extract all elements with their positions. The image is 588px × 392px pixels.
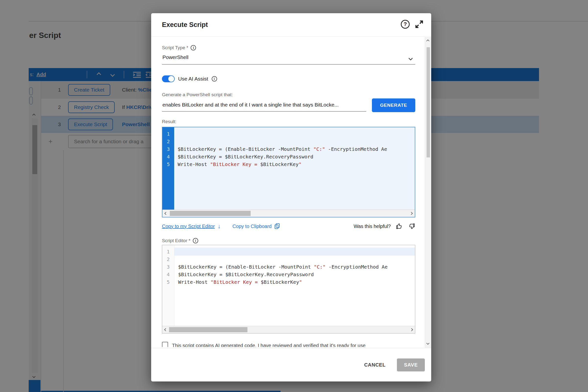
execute-script-dialog: Execute Script ? Script Type * i PowerSh [151,13,431,382]
info-icon[interactable]: i [191,45,196,50]
scrollbar-thumb[interactable] [170,211,251,216]
thumbs-up-icon[interactable] [396,222,403,230]
generate-prompt-label: Generate a PowerShell script that: [162,92,233,98]
scroll-up-arrow[interactable] [426,40,429,42]
code-content: $BitLockerKey = (Enable-BitLocker -Mount… [175,245,415,326]
info-icon[interactable]: i [212,76,217,82]
result-label: Result: [162,119,176,124]
result-code-viewer[interactable]: 12 34 5 $BitLockerKey = (Enable-BitLocke… [162,127,415,218]
horizontal-scrollbar[interactable] [162,326,415,333]
down-arrow-icon: ↓ [218,223,221,230]
thumbs-down-icon[interactable] [408,222,415,230]
horizontal-scrollbar[interactable] [162,210,415,217]
expand-icon[interactable] [414,19,424,29]
toggle-knob [168,76,174,82]
scroll-left-arrow[interactable] [164,328,167,331]
scroll-right-arrow[interactable] [410,212,413,215]
save-button[interactable]: SAVE [397,358,425,372]
ai-assist-label: Use AI Assist [178,76,208,82]
cancel-button[interactable]: CANCEL [363,362,387,368]
dialog-title: Execute Script [162,21,208,29]
scroll-down-arrow[interactable] [426,342,429,345]
generate-button[interactable]: GENERATE [372,98,415,112]
scroll-right-arrow[interactable] [410,328,413,331]
script-type-label: Script Type * i [162,45,196,50]
ai-code-confirm-row: This script contains AI generated code. … [162,342,415,347]
line-number-gutter: 12 34 5 [162,127,174,210]
copy-to-clipboard-link[interactable]: Copy to Clipboard [233,224,272,229]
copy-icon [275,223,280,229]
ai-assist-row: Use AI Assist i [162,76,217,82]
input-underline [162,111,366,112]
code-content: $BitLockerKey = (Enable-BitLocker -Mount… [174,127,415,210]
scrollbar-thumb[interactable] [169,327,247,332]
scroll-left-arrow[interactable] [164,212,168,215]
line-number-gutter: 12 34 5 [162,245,174,326]
help-icon[interactable]: ? [401,20,410,29]
dialog-header: Execute Script ? [151,13,431,37]
copy-to-editor-link[interactable]: Copy to my Script Editor [162,224,215,229]
select-underline [162,64,415,65]
dialog-scrollbar-thumb[interactable] [426,47,430,158]
ai-code-confirm-label: This script contains AI generated code. … [172,342,366,347]
ai-assist-toggle[interactable] [162,76,175,82]
screen: er Script s: Add [0,0,588,392]
generate-prompt-input[interactable]: enables BitLocker and at the end of it I… [162,102,366,108]
chevron-down-icon[interactable] [407,55,414,64]
script-type-select[interactable]: PowerShell [162,54,188,60]
helpful-label: Was this helpful? [354,224,391,229]
script-editor-input[interactable]: 12 34 5 $BitLockerKey = (Enable-BitLocke… [162,245,415,334]
script-editor-label: Script Editor * i [162,238,198,244]
dialog-footer: CANCEL SAVE [151,348,431,382]
dialog-scrollbar[interactable] [425,37,431,348]
ai-code-confirm-checkbox[interactable] [162,342,168,347]
info-icon[interactable]: i [193,238,198,244]
result-actions: Copy to my Script Editor ↓ Copy to Clipb… [162,222,415,231]
